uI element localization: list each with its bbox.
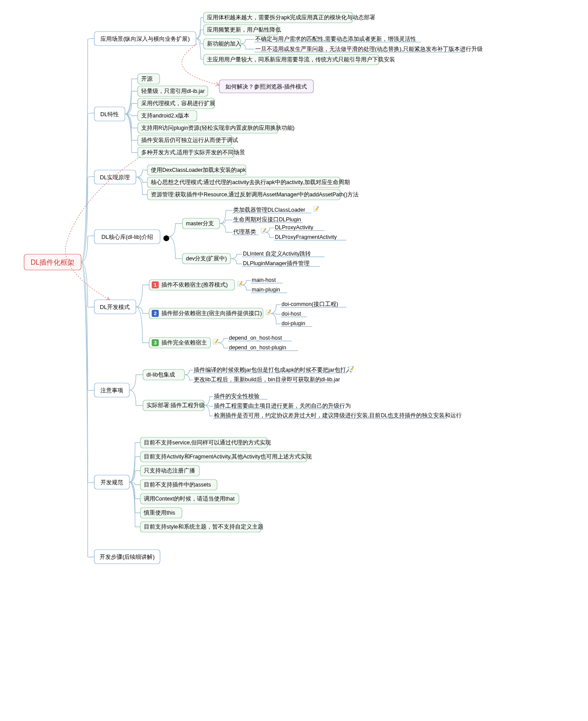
conn	[129, 375, 143, 390]
conn	[125, 91, 138, 114]
feat-c5: 支持用R访问plugin资源(轻松实现非内置皮肤的应用换肤功能)	[138, 123, 295, 133]
svg-text:目前不支持service,但同样可以通过代理的方式实现: 目前不支持service,但同样可以通过代理的方式实现	[144, 439, 271, 446]
svg-text:DL实现原理: DL实现原理	[100, 174, 130, 181]
svg-text:目前支持style和系统主题，暂不支持自定义主题: 目前支持style和系统主题，暂不支持自定义主题	[144, 523, 264, 530]
svg-text:资源管理:获取插件中Resource,通过反射调用Asset: 资源管理:获取插件中Resource,通过反射调用AssetManager中的a…	[151, 191, 359, 198]
conn	[136, 177, 147, 182]
conn	[185, 375, 193, 380]
core-dev[interactable]: dev分支(扩展中)	[182, 253, 231, 264]
feat-node[interactable]: DL特性	[94, 107, 125, 121]
mode-2a: doi-common(接口工程)	[282, 301, 338, 307]
conn	[265, 228, 274, 232]
conn	[136, 285, 149, 307]
note-lib2: 更改lib工程后，重新build后，bin目录即可获取新的dl-lib.jar	[194, 376, 340, 383]
root-label: DL插件化框架	[31, 259, 75, 266]
note-node[interactable]: 注意事项	[94, 383, 129, 397]
mode-2c: doi-plugin	[282, 320, 305, 327]
spec-c1: 目前不支持service,但同样可以通过代理的方式实现	[140, 437, 271, 448]
mode-3a: depend_on_host-host	[229, 335, 282, 341]
note-dep[interactable]: 实际部署:插件工程升级	[143, 400, 205, 411]
edit-icon[interactable]: 📝	[213, 338, 219, 345]
conn	[129, 390, 143, 405]
core-m2: 生命周期对应接口DLPlugin	[233, 216, 301, 223]
core-m1: 类加载器管理DLClassLoader	[233, 207, 305, 213]
conn	[271, 305, 281, 313]
conn	[218, 343, 228, 348]
conn	[231, 254, 242, 259]
svg-text:轻量级，只需引用dl-ib.jar: 轻量级，只需引用dl-ib.jar	[141, 88, 205, 94]
conn	[196, 30, 203, 39]
edit-icon[interactable]: 📝	[237, 281, 243, 287]
edit-icon[interactable]: 📝	[348, 366, 354, 372]
conn	[218, 338, 228, 343]
note-dep3: 检测插件是否可用，约定协议差异过大时，建议降级进行安装,目前DL也支持插件的独立…	[214, 412, 462, 419]
spec-c3: 只支持动态注册广播	[140, 465, 200, 476]
scene-c3a: 不确定与用户需求的匹配性,需要动态添加或者更新，增强灵活性	[255, 36, 416, 42]
svg-text:1: 1	[154, 282, 157, 288]
svg-text:DL开发模式: DL开发模式	[100, 304, 130, 310]
conn	[220, 210, 232, 224]
svg-text:dev分支(扩展中): dev分支(扩展中)	[186, 256, 227, 262]
impl-c3: 资源管理:获取插件中Resource,通过反射调用AssetManager中的a…	[147, 189, 359, 200]
spec-c2: 目前支持Activity和FragmentActivity,其他Activity…	[140, 451, 312, 462]
mode-3[interactable]: 3 插件完全依赖宿主	[149, 337, 210, 348]
svg-text:插件不依赖宿主(推荐模式): 插件不依赖宿主(推荐模式)	[161, 281, 228, 288]
impl-c2: 核心思想之代理模式:通过代理的activity去执行apk中的activity,…	[147, 177, 350, 188]
feat-c6: 插件安装后仍可独立运行从而便于调试	[138, 135, 238, 146]
impl-node[interactable]: DL实现原理	[94, 170, 136, 184]
mode-2[interactable]: 2 插件部分依赖宿主(宿主向插件提供接口)	[149, 308, 263, 319]
spec-c7: 目前支持style和系统主题，暂不支持自定义主题	[140, 522, 264, 532]
svg-text:插件安装后仍可独立运行从而便于调试: 插件安装后仍可独立运行从而便于调试	[141, 137, 238, 143]
note-dep2: 插件工程需要由主项目进行更新，关闭自己的升级行为	[214, 402, 351, 409]
feat-c2: 轻量级，只需引用dl-ib.jar	[138, 86, 208, 96]
svg-text:核心思想之代理模式:通过代理的activity去执行apk中: 核心思想之代理模式:通过代理的activity去执行apk中的activity,…	[150, 179, 350, 185]
svg-text:应用频繁更新，用户黏性降低: 应用频繁更新，用户黏性降低	[207, 26, 281, 33]
conn	[241, 44, 254, 49]
svg-text:3: 3	[154, 340, 157, 345]
svg-text:慎重使用this: 慎重使用this	[143, 510, 175, 516]
conn	[265, 232, 274, 238]
conn	[204, 397, 213, 405]
svg-text:支持用R访问plugin资源(轻松实现非内置皮肤的应用换肤功: 支持用R访问plugin资源(轻松实现非内置皮肤的应用换肤功能)	[141, 124, 295, 131]
core-master[interactable]: master分支	[182, 218, 220, 229]
core-d1: DLIntent 自定义Activity跳转	[243, 251, 311, 257]
note-lib[interactable]: dl-lib包集成	[143, 369, 185, 380]
scene-c4: 主应用用户量较大，同系新应用需要导流，传统方式只能引导用户下载安装	[203, 54, 395, 65]
steps-node[interactable]: 开发步骤(后续细讲解)	[94, 550, 160, 564]
svg-text:只支持动态注册广播: 只支持动态注册广播	[144, 468, 195, 474]
mode-node[interactable]: DL开发模式	[94, 300, 136, 314]
svg-text:主应用用户量较大，同系新应用需要导流，传统方式只能引导用户下: 主应用用户量较大，同系新应用需要导流，传统方式只能引导用户下载安装	[207, 56, 395, 63]
svg-text:开发规范: 开发规范	[100, 479, 123, 486]
scene-label: 应用场景(纵向深入与横向业务扩展)	[100, 36, 190, 42]
svg-text:插件完全依赖宿主: 插件完全依赖宿主	[161, 339, 207, 346]
feat-c1: 开源	[138, 74, 160, 84]
spec-node[interactable]: 开发规范	[94, 475, 129, 489]
solution-node[interactable]: 如何解决？参照浏览器-插件模式	[219, 80, 314, 93]
svg-text:开发步骤(后续细讲解): 开发步骤(后续细讲解)	[100, 554, 155, 560]
conn	[196, 39, 203, 59]
svg-text:DL特性: DL特性	[100, 111, 119, 117]
scene-c3[interactable]: 新功能的加入	[203, 39, 241, 49]
conn	[231, 259, 242, 264]
feat-c4: 支持android2.x版本	[138, 110, 197, 121]
svg-text:采用代理模式，容易进行扩展: 采用代理模式，容易进行扩展	[141, 100, 215, 107]
edit-icon[interactable]: 📝	[313, 206, 319, 212]
github-icon[interactable]: ⬤	[163, 235, 170, 242]
conn	[204, 405, 213, 416]
feat-c3: 采用代理模式，容易进行扩展	[138, 98, 215, 109]
conn	[169, 237, 182, 259]
scene-c2: 应用频繁更新，用户黏性降低	[203, 25, 281, 35]
svg-text:dl-lib包集成: dl-lib包集成	[146, 372, 175, 378]
svg-text:开源: 开源	[141, 76, 153, 82]
conn	[125, 103, 138, 114]
root-node[interactable]: DL插件化框架	[24, 254, 81, 270]
scene-node[interactable]: 应用场景(纵向深入与横向业务扩展)	[94, 32, 196, 46]
spec-c4: 目前不支持插件中的assets	[140, 479, 217, 490]
mode-1[interactable]: 1 插件不依赖宿主(推荐模式)	[149, 280, 235, 290]
svg-text:DL核心库(dl-lib)介绍: DL核心库(dl-lib)介绍	[101, 234, 153, 240]
edit-icon[interactable]: 📝	[265, 309, 271, 315]
core-node[interactable]: DL核心库(dl-lib)介绍	[94, 230, 160, 244]
edit-icon[interactable]: 📝	[260, 227, 267, 234]
spec-c5: 调用Context的时候，请适当使用that	[140, 494, 239, 504]
svg-text:调用Context的时候，请适当使用that: 调用Context的时候，请适当使用that	[144, 496, 235, 502]
